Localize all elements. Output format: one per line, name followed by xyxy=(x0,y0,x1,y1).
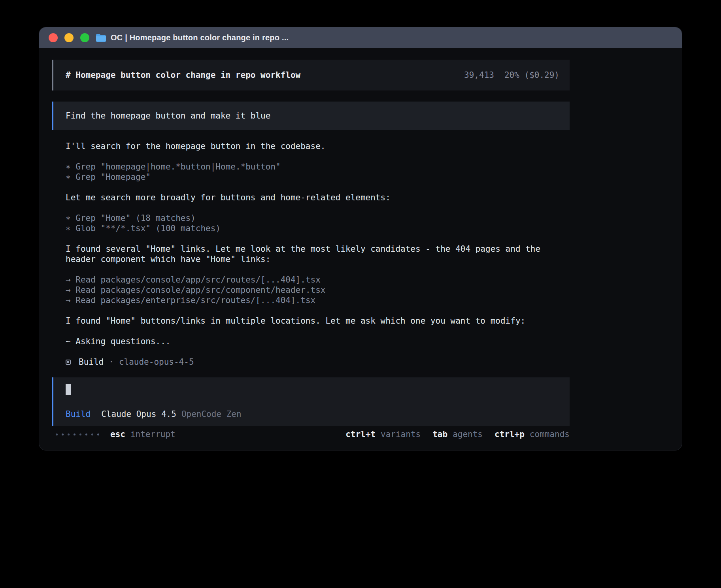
assistant-paragraph: I found "Home" buttons/links in multiple… xyxy=(66,316,570,326)
tool-call-group: ∗ Grep "homepage|home.*button|Home.*butt… xyxy=(66,162,570,182)
token-count: 39,413 xyxy=(464,70,494,80)
session-stats: 39,413 20% ($0.29) xyxy=(464,70,559,80)
hint-commands: ctrl+p commands xyxy=(495,429,570,439)
assistant-paragraph: I found several "Home" links. Let me loo… xyxy=(66,244,570,264)
assistant-paragraph: Let me search more broadly for buttons a… xyxy=(66,192,570,203)
model-name[interactable]: Claude Opus 4.5 xyxy=(101,409,176,419)
tool-call-grep: ∗ Grep "homepage|home.*button|Home.*butt… xyxy=(66,162,570,172)
tool-call-group: → Read packages/console/app/src/routes/[… xyxy=(66,275,570,305)
zoom-button[interactable] xyxy=(80,33,89,42)
esc-key-label: interrupt xyxy=(130,429,176,439)
tool-call-read: → Read packages/console/app/src/routes/[… xyxy=(66,275,570,285)
esc-key-hint: esc xyxy=(110,429,125,439)
tool-call-grep: ∗ Grep "Home" (18 matches) xyxy=(66,213,570,223)
tool-call-text: Read packages/console/app/src/component/… xyxy=(75,285,325,295)
session-header: # Homepage button color change in repo w… xyxy=(52,60,570,90)
tool-call-text: Grep "Home" (18 matches) xyxy=(75,213,195,223)
tool-call-text: Grep "Homepage" xyxy=(75,172,151,182)
user-message-text: Find the homepage button and make it blu… xyxy=(66,111,270,121)
model-status-line: BuildClaude Opus 4.5OpenCode Zen xyxy=(66,409,570,419)
hint-label: agents xyxy=(453,429,483,439)
tool-call-read: → Read packages/enterprise/src/routes/[.… xyxy=(66,295,570,305)
status-bar: esc interrupt ctrl+t variants tab agents… xyxy=(52,429,570,439)
terminal-window: OC | Homepage button color change in rep… xyxy=(39,27,682,450)
tool-bullet-icon: ∗ xyxy=(66,162,71,172)
tool-call-group: ∗ Grep "Home" (18 matches) ∗ Glob "**/*.… xyxy=(66,213,570,234)
tool-call-text: Grep "homepage|home.*button|Home.*button… xyxy=(75,162,280,172)
tool-arrow-icon: → xyxy=(66,285,71,295)
tool-call-text: Read packages/console/app/src/routes/[..… xyxy=(75,275,321,285)
separator-dot: · xyxy=(109,357,114,367)
hint-key: ctrl+t xyxy=(345,429,376,439)
provider-name: OpenCode Zen xyxy=(181,409,242,419)
agent-model: claude-opus-4-5 xyxy=(119,357,194,367)
session-title: # Homepage button color change in repo w… xyxy=(66,70,300,80)
hint-key: tab xyxy=(432,429,447,439)
status-text: ~ Asking questions... xyxy=(66,336,570,347)
minimize-button[interactable] xyxy=(64,33,74,42)
square-badge-icon xyxy=(66,360,71,365)
traffic-lights xyxy=(49,33,89,42)
tool-call-glob: ∗ Glob "**/*.tsx" (100 matches) xyxy=(66,223,570,234)
context-usage: 20% ($0.29) xyxy=(504,70,559,80)
agent-name: Build xyxy=(79,357,104,367)
tool-bullet-icon: ∗ xyxy=(66,172,71,182)
user-message: Find the homepage button and make it blu… xyxy=(52,102,570,130)
assistant-paragraph: I'll search for the homepage button in t… xyxy=(66,141,570,151)
tool-call-read: → Read packages/console/app/src/componen… xyxy=(66,285,570,295)
close-button[interactable] xyxy=(49,33,58,42)
hint-agents: tab agents xyxy=(432,429,483,439)
text-cursor-icon xyxy=(66,384,71,395)
prompt-input[interactable]: BuildClaude Opus 4.5OpenCode Zen xyxy=(52,377,570,426)
hint-label: variants xyxy=(381,429,421,439)
hint-variants: ctrl+t variants xyxy=(345,429,421,439)
tool-bullet-icon: ∗ xyxy=(66,224,71,233)
window-title: OC | Homepage button color change in rep… xyxy=(111,33,289,42)
tool-call-text: Read packages/enterprise/src/routes/[...… xyxy=(75,296,315,305)
titlebar[interactable]: OC | Homepage button color change in rep… xyxy=(39,27,682,48)
tool-arrow-icon: → xyxy=(66,275,71,285)
hint-key: ctrl+p xyxy=(495,429,525,439)
dot-spinner-icon xyxy=(56,433,99,435)
agent-status-row: Build · claude-opus-4-5 xyxy=(66,357,570,367)
tool-call-grep: ∗ Grep "Homepage" xyxy=(66,172,570,182)
mode-selector[interactable]: Build xyxy=(66,409,91,419)
tool-arrow-icon: → xyxy=(66,296,71,305)
tool-bullet-icon: ∗ xyxy=(66,213,71,223)
folder-icon xyxy=(96,34,106,42)
conversation-log: I'll search for the homepage button in t… xyxy=(52,141,570,367)
tool-call-text: Glob "**/*.tsx" (100 matches) xyxy=(75,224,221,233)
hint-label: commands xyxy=(530,429,570,439)
